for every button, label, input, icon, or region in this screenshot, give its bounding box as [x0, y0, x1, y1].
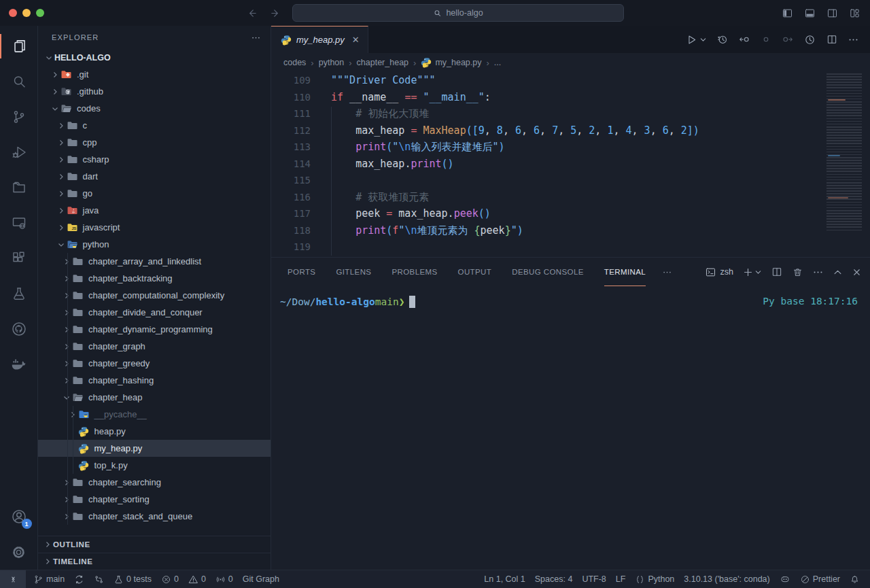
code-editor[interactable]: 109 """Driver Code""" 110 if __name__ ==… [271, 72, 870, 257]
gitlens-clock-icon[interactable] [803, 33, 816, 46]
statusbar-tests[interactable]: 0 tests [109, 570, 156, 588]
tree-item--git[interactable]: .git [38, 66, 271, 83]
tree-item-python[interactable]: python [38, 236, 271, 253]
activity-source-control[interactable] [0, 99, 38, 135]
tree-item-chapter-greedy[interactable]: chapter_greedy [38, 355, 271, 372]
breadcrumb-my-heap-py[interactable]: my_heap.py [421, 57, 481, 68]
activity-run-and-debug[interactable] [0, 135, 38, 170]
statusbar-cursor-position[interactable]: Ln 1, Col 1 [479, 570, 529, 588]
tree-item-chapter-divide-and-conquer[interactable]: chapter_divide_and_conquer [38, 304, 271, 321]
split-icon[interactable] [826, 33, 838, 46]
close-panel-icon[interactable] [852, 267, 862, 277]
terminal-instance-zsh[interactable]: zsh [705, 266, 733, 278]
breadcrumb-python[interactable]: python [319, 58, 345, 67]
tree-item--github[interactable]: .github [38, 83, 271, 100]
maximize-window-button[interactable] [36, 9, 44, 17]
statusbar-notifications[interactable] [845, 570, 865, 588]
tree-item-my-heap-py[interactable]: my_heap.py [38, 440, 271, 457]
terminal[interactable]: ~/Dow/hello-algo main ❯ Py base 18:17:16 [271, 286, 870, 570]
tree-item-csharp[interactable]: csharp [38, 151, 271, 168]
panel-tab-terminal[interactable]: TERMINAL [604, 258, 646, 286]
activity-explorer[interactable] [0, 29, 38, 64]
activity-settings[interactable] [0, 534, 38, 570]
new-terminal-button[interactable] [742, 266, 762, 278]
activity-project-manager[interactable] [0, 170, 38, 205]
statusbar-encoding[interactable]: UTF-8 [577, 570, 610, 588]
navigate-back-icon[interactable] [246, 7, 258, 19]
section-timeline[interactable]: TIMELINE [38, 553, 271, 570]
section-outline[interactable]: OUTLINE [38, 536, 271, 553]
statusbar-errors[interactable]: 0 [156, 570, 184, 588]
circle-dim-icon[interactable] [760, 33, 772, 46]
activity-search[interactable] [0, 64, 38, 99]
close-window-button[interactable] [9, 9, 17, 17]
panel-tabs-more-icon[interactable] [662, 267, 672, 277]
tree-item-chapter-hashing[interactable]: chapter_hashing [38, 372, 271, 389]
minimap[interactable] [821, 73, 866, 231]
layout-customize-icon[interactable] [849, 7, 860, 19]
breadcrumb--[interactable]: ... [494, 58, 501, 67]
tree-item-javascript[interactable]: JS javascript [38, 219, 271, 236]
statusbar-warnings[interactable]: 0 [184, 570, 211, 588]
statusbar-sync[interactable] [69, 570, 89, 588]
activity-docker[interactable] [0, 347, 38, 382]
minimize-window-button[interactable] [22, 9, 31, 17]
tab-my-heap-py[interactable]: my_heap.py ✕ [271, 26, 368, 53]
tree-item-chapter-array-and-linkedlist[interactable]: chapter_array_and_linkedlist [38, 253, 271, 270]
tree-item-chapter-graph[interactable]: chapter_graph [38, 338, 271, 355]
statusbar-copilot[interactable] [775, 570, 795, 588]
next-change-icon[interactable] [782, 33, 794, 46]
tree-item-chapter-backtracking[interactable]: chapter_backtracking [38, 270, 271, 287]
tree-item-chapter-computational-complexity[interactable]: chapter_computational_complexity [38, 287, 271, 304]
panel-tab-gitlens[interactable]: GITLENS [336, 258, 371, 286]
panel-tab-debug-console[interactable]: DEBUG CONSOLE [512, 258, 584, 286]
layout-panel-icon[interactable] [804, 7, 816, 19]
tree-item-heap-py[interactable]: heap.py [38, 423, 271, 440]
tree-item-chapter-searching[interactable]: chapter_searching [38, 474, 271, 491]
breadcrumb-chapter-heap[interactable]: chapter_heap [357, 58, 408, 67]
statusbar-remote-indicator[interactable] [0, 570, 26, 588]
tree-item-java[interactable]: java [38, 202, 271, 219]
tree-item-cpp[interactable]: cpp [38, 134, 271, 151]
tree-item-chapter-heap[interactable]: chapter_heap [38, 389, 271, 406]
statusbar-eol[interactable]: LF [611, 570, 631, 588]
history-icon[interactable] [716, 33, 729, 46]
breadcrumb-codes[interactable]: codes [283, 58, 306, 67]
command-center-search[interactable]: hello-algo [292, 4, 624, 22]
tree-item-go[interactable]: go [38, 185, 271, 202]
statusbar-ports[interactable]: 0 [211, 570, 238, 588]
tree-item-codes[interactable]: codes [38, 100, 271, 117]
activity-remote-explorer[interactable] [0, 205, 38, 241]
tree-item-top-k-py[interactable]: top_k.py [38, 457, 271, 474]
run-python-file-button[interactable] [685, 33, 707, 46]
views-more-actions-icon[interactable] [251, 33, 261, 43]
tree-item-c[interactable]: c [38, 117, 271, 134]
statusbar-git-branch[interactable]: main [29, 570, 69, 588]
activity-accounts[interactable]: 1 [0, 499, 38, 534]
layout-sidebar-left-icon[interactable] [782, 7, 793, 19]
close-tab-icon[interactable]: ✕ [352, 35, 360, 45]
statusbar-git-graph[interactable]: Git Graph [238, 570, 284, 588]
tree-item-hello-algo[interactable]: HELLO-ALGO [38, 49, 271, 66]
tree-item-chapter-stack-and-queue[interactable]: chapter_stack_and_queue [38, 508, 271, 525]
activity-github[interactable] [0, 311, 38, 347]
prev-change-icon[interactable] [738, 33, 750, 46]
tree-item-dart[interactable]: dart [38, 168, 271, 185]
panel-tab-ports[interactable]: PORTS [288, 258, 315, 286]
statusbar-indentation[interactable]: Spaces: 4 [530, 570, 578, 588]
tree-item-chapter-sorting[interactable]: chapter_sorting [38, 491, 271, 508]
statusbar-prettier[interactable]: Prettier [795, 570, 845, 588]
activity-extensions[interactable] [0, 241, 38, 276]
tree-item-chapter-dynamic-programming[interactable]: chapter_dynamic_programming [38, 321, 271, 338]
statusbar-language-mode[interactable]: Python [630, 570, 679, 588]
kill-terminal-icon[interactable] [792, 266, 803, 278]
more-icon[interactable] [848, 34, 859, 46]
panel-tab-problems[interactable]: PROBLEMS [392, 258, 437, 286]
split-icon[interactable] [771, 266, 783, 278]
panel-tab-output[interactable]: OUTPUT [458, 258, 492, 286]
statusbar-gitlens-compare[interactable] [89, 570, 109, 588]
maximize-panel-icon[interactable] [833, 267, 843, 277]
tree-item--pycache-[interactable]: __pycache__ [38, 406, 271, 423]
statusbar-python-interpreter[interactable]: 3.10.13 ('base': conda) [679, 570, 774, 588]
more-icon[interactable] [812, 266, 824, 278]
